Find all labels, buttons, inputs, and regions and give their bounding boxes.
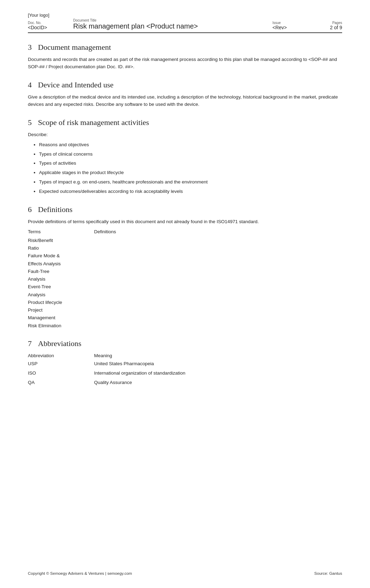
section-7-title: 7Abbreviations: [28, 339, 342, 348]
list-item: Types of impact e.g. on end-users, healt…: [39, 179, 342, 186]
list-item: Applicable stages in the product lifecyc…: [39, 169, 342, 177]
section-6-title: 6Definitions: [28, 205, 342, 214]
def-term: Failure Mode &: [28, 252, 94, 259]
abbr-meaning: International organization of standardiz…: [94, 370, 342, 376]
logo: [Your logo]: [28, 13, 342, 18]
def-row: Ratio: [28, 245, 342, 252]
def-row: Risk/Benefit: [28, 237, 342, 244]
section-4-text: Give a description of the medical device…: [28, 94, 342, 108]
section-6-body: Provide definitions of terms specificall…: [28, 218, 342, 329]
terms-col-header: Terms: [28, 228, 94, 236]
def-definition: [94, 268, 342, 275]
abbr-abbr: ISO: [28, 370, 94, 376]
section-4-body: Give a description of the medical device…: [28, 94, 342, 108]
def-term: Ratio: [28, 245, 94, 252]
abbreviations-table: Abbreviation Meaning USP United States P…: [28, 353, 342, 385]
section-5-bullets: Reasons and objectives Types of clinical…: [39, 141, 342, 196]
footer-left: Copyright © Semoegy Advisers & Ventures …: [28, 571, 132, 575]
abbr-meaning: United States Pharmacopeia: [94, 361, 342, 366]
pages-value: 2 of 9: [314, 25, 342, 30]
def-definition: [94, 276, 342, 283]
section-5-heading: Scope of risk management activities: [38, 118, 149, 127]
section-3: 3Document management Documents and recor…: [28, 43, 342, 71]
pages-block: Pages 2 of 9: [314, 21, 342, 30]
abbr-col1-header: Abbreviation: [28, 353, 94, 358]
def-row: Risk Elimination: [28, 322, 342, 329]
issue-value: <Rev>: [272, 25, 314, 30]
definitions-table: Terms Definitions Risk/Benefit Ratio Fai…: [28, 228, 342, 329]
section-3-text: Documents and records that are created a…: [28, 56, 342, 71]
def-row: Project: [28, 307, 342, 314]
abbr-row: USP United States Pharmacopeia: [28, 361, 342, 366]
page: [Your logo] Doc. No. <DocID> Document Ti…: [0, 0, 370, 588]
doc-no-label: Doc. No.: [28, 21, 73, 25]
section-6-heading: Definitions: [38, 205, 72, 214]
def-definition: [94, 283, 342, 290]
section-3-num: 3: [28, 43, 32, 52]
section-5-body: Describe: Reasons and objectives Types o…: [28, 131, 342, 195]
title-label: Document Title: [73, 18, 272, 22]
def-term: Effects Analysis: [28, 260, 94, 267]
list-item: Types of clinical concerns: [39, 151, 342, 158]
section-7-num: 7: [28, 339, 32, 348]
list-item: Types of activities: [39, 160, 342, 167]
def-row: Fault-Tree: [28, 268, 342, 275]
title-block: Document Title Risk management plan <Pro…: [73, 18, 272, 30]
def-definition: [94, 260, 342, 267]
def-definition: [94, 245, 342, 252]
abbr-col2-header: Meaning: [94, 353, 342, 358]
def-definition: [94, 314, 342, 321]
abbr-row: QA Quality Assurance: [28, 380, 342, 385]
def-term: Analysis: [28, 276, 94, 283]
section-5-num: 5: [28, 118, 32, 127]
doc-no-block: Doc. No. <DocID>: [28, 21, 73, 30]
section-4: 4Device and Intended use Give a descript…: [28, 80, 342, 108]
def-term: Project: [28, 307, 94, 314]
def-row: Analysis: [28, 276, 342, 283]
def-term: Analysis: [28, 291, 94, 298]
definitions-col-header: Definitions: [94, 228, 342, 236]
def-row: Failure Mode &: [28, 252, 342, 259]
def-term: Product lifecycle: [28, 299, 94, 306]
def-term: Risk Elimination: [28, 322, 94, 329]
abbr-abbr: QA: [28, 380, 94, 385]
section-6-num: 6: [28, 205, 32, 214]
def-term: Management: [28, 314, 94, 321]
section-3-heading: Document management: [38, 43, 111, 52]
section-4-heading: Device and Intended use: [38, 80, 114, 89]
def-definition: [94, 291, 342, 298]
def-row: Analysis: [28, 291, 342, 298]
pages-label: Pages: [314, 21, 342, 25]
issue-label: Issue: [272, 21, 314, 25]
footer-right: Source: Gantus: [314, 571, 342, 575]
def-term: Risk/Benefit: [28, 237, 94, 244]
def-header-row: Terms Definitions: [28, 228, 342, 236]
list-item: Reasons and objectives: [39, 141, 342, 149]
abbr-abbr: USP: [28, 361, 94, 366]
def-term: Fault-Tree: [28, 268, 94, 275]
section-6: 6Definitions Provide definitions of term…: [28, 205, 342, 329]
header-row: Doc. No. <DocID> Document Title Risk man…: [28, 18, 342, 30]
def-row: Management: [28, 314, 342, 321]
document-header: [Your logo] Doc. No. <DocID> Document Ti…: [28, 13, 342, 33]
section-5-intro: Describe:: [28, 131, 342, 139]
def-definition: [94, 299, 342, 306]
section-5-title: 5Scope of risk management activities: [28, 118, 342, 127]
def-row: Effects Analysis: [28, 260, 342, 267]
def-definition: [94, 307, 342, 314]
def-definition: [94, 237, 342, 244]
doc-no-value: <DocID>: [28, 25, 73, 30]
def-definition: [94, 252, 342, 259]
def-definition: [94, 322, 342, 329]
page-footer: Copyright © Semoegy Advisers & Ventures …: [28, 571, 342, 575]
abbr-header-row: Abbreviation Meaning: [28, 353, 342, 358]
def-row: Product lifecycle: [28, 299, 342, 306]
issue-block: Issue <Rev>: [272, 21, 314, 30]
section-7-heading: Abbreviations: [38, 339, 82, 348]
section-3-body: Documents and records that are created a…: [28, 56, 342, 71]
section-3-title: 3Document management: [28, 43, 342, 52]
section-5: 5Scope of risk management activities Des…: [28, 118, 342, 195]
list-item: Expected outcomes/deliverables according…: [39, 188, 342, 195]
title-value: Risk management plan <Product name>: [73, 22, 272, 30]
section-4-num: 4: [28, 80, 32, 89]
